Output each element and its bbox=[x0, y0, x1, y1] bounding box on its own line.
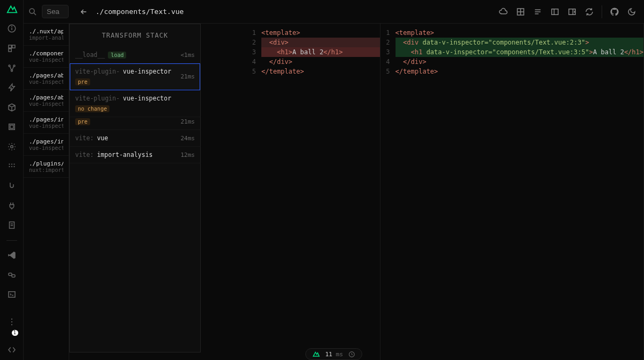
list-icon[interactable] bbox=[533, 7, 543, 17]
svg-rect-3 bbox=[9, 45, 11, 48]
info-icon[interactable] bbox=[5, 23, 18, 35]
search-icon[interactable] bbox=[28, 7, 38, 17]
file-hint: vue-inspecto bbox=[29, 57, 63, 63]
code-line: 3 <h1 data-v-inspector="components/Text.… bbox=[380, 47, 643, 57]
file-name: ./.nuxt/app bbox=[29, 28, 63, 35]
panel-right-icon[interactable] bbox=[567, 7, 577, 17]
file-hint: vue-inspecto bbox=[29, 145, 63, 151]
transform-stack-panel: TRANSFORM STACK __load__ load<1msvite-pl… bbox=[69, 24, 201, 352]
file-list-item[interactable]: ./pages/indvue-inspecto bbox=[24, 112, 69, 134]
more-icon[interactable] bbox=[5, 315, 18, 328]
line-content: <div data-v-inspector="components/Text.v… bbox=[396, 38, 643, 47]
transform-row[interactable]: vite-plugin-vue-inspector pre21ms bbox=[70, 63, 200, 90]
line-number: 3 bbox=[246, 47, 261, 57]
line-number: 2 bbox=[246, 38, 261, 47]
svg-rect-10 bbox=[10, 125, 13, 128]
svg-rect-22 bbox=[12, 275, 15, 277]
bolt-icon[interactable] bbox=[5, 82, 18, 94]
line-number: 2 bbox=[380, 38, 396, 47]
svg-rect-5 bbox=[9, 49, 11, 52]
file-hint: nuxt:imports bbox=[29, 167, 63, 173]
file-name: ./pages/abo bbox=[29, 72, 63, 79]
notification-badge: 1 bbox=[12, 330, 18, 336]
transform-row[interactable]: vite:vue24ms bbox=[70, 130, 200, 147]
search-wrap bbox=[24, 5, 73, 18]
line-number: 4 bbox=[380, 57, 396, 67]
svg-point-25 bbox=[11, 321, 12, 322]
theme-toggle-icon[interactable] bbox=[627, 7, 636, 17]
terminal-icon[interactable] bbox=[5, 289, 18, 301]
plugin-icon[interactable] bbox=[5, 199, 18, 212]
code-pane-after[interactable]: 1<template>2 <div data-v-inspector="comp… bbox=[380, 24, 644, 360]
status-time-value: 11 bbox=[325, 351, 332, 358]
svg-rect-4 bbox=[12, 45, 14, 48]
top-actions bbox=[491, 5, 644, 18]
file-list-item[interactable]: ./plugins/nnuxt:imports bbox=[24, 156, 69, 178]
file-list[interactable]: ./.nuxt/appimport-analy./componentvue-in… bbox=[24, 24, 69, 360]
status-pill[interactable]: 11 ms bbox=[305, 348, 362, 360]
line-number: 1 bbox=[246, 28, 261, 38]
file-hint: vue-inspecto bbox=[29, 101, 63, 107]
rail-divider bbox=[6, 240, 17, 241]
transform-row[interactable]: __load__ load<1ms bbox=[70, 47, 200, 63]
svg-point-24 bbox=[11, 318, 12, 319]
code-line: 2 <div data-v-inspector="components/Text… bbox=[380, 38, 643, 47]
line-content: <h1>A ball 2</h1> bbox=[261, 47, 380, 57]
hooks-icon[interactable] bbox=[5, 180, 18, 192]
layers-icon[interactable] bbox=[5, 121, 18, 133]
transform-title: TRANSFORM STACK bbox=[70, 24, 200, 47]
search-input[interactable] bbox=[42, 5, 69, 18]
main-area: ./components/Text.vue ./.nuxt/appimport-… bbox=[24, 0, 644, 360]
dots-grid-icon[interactable] bbox=[5, 160, 18, 172]
grid-icon[interactable] bbox=[516, 7, 525, 17]
file-list-item[interactable]: ./pages/indvue-inspecto bbox=[24, 134, 69, 156]
components-icon[interactable] bbox=[5, 42, 18, 55]
transform-sub: pre21ms bbox=[70, 117, 200, 130]
line-number: 5 bbox=[380, 67, 396, 76]
file-hint: vue-inspecto bbox=[29, 123, 63, 129]
line-content: <h1 data-v-inspector="components/Text.vu… bbox=[396, 47, 643, 57]
line-content: </div> bbox=[261, 57, 380, 67]
file-path: ./components/Text.vue bbox=[96, 8, 184, 16]
file-icon[interactable] bbox=[5, 219, 18, 232]
code-line: 1<template> bbox=[246, 28, 380, 38]
link-icon[interactable] bbox=[5, 269, 18, 281]
file-hint: import-analy bbox=[29, 35, 63, 41]
graph-icon[interactable] bbox=[5, 62, 18, 74]
line-content: </template> bbox=[396, 67, 643, 76]
github-icon[interactable] bbox=[610, 7, 619, 17]
topbar: ./components/Text.vue bbox=[24, 0, 644, 24]
transform-row[interactable]: vite:import-analysis12ms bbox=[70, 147, 200, 163]
file-list-item[interactable]: ./.nuxt/appimport-analy bbox=[24, 24, 69, 46]
transform-name: vite:vue bbox=[75, 134, 108, 142]
svg-point-13 bbox=[11, 163, 12, 164]
code-pane-before[interactable]: 1<template>2 <div>3 <h1>A ball 2</h1>4 <… bbox=[246, 24, 380, 360]
svg-point-11 bbox=[10, 146, 13, 148]
file-name: ./plugins/n bbox=[29, 160, 63, 167]
vscode-icon[interactable] bbox=[5, 249, 18, 262]
transform-time: 21ms bbox=[181, 73, 195, 80]
file-list-item[interactable]: ./componentvue-inspecto bbox=[24, 46, 69, 68]
cube-icon[interactable] bbox=[5, 101, 18, 113]
svg-rect-21 bbox=[9, 273, 12, 276]
refresh-icon[interactable] bbox=[584, 7, 594, 17]
file-list-item[interactable]: ./pages/abovue-inspecto bbox=[24, 68, 69, 90]
file-name: ./component bbox=[29, 50, 63, 57]
panel-left-icon[interactable] bbox=[550, 7, 560, 17]
nuxt-logo-icon[interactable] bbox=[6, 3, 18, 15]
transform-time: 12ms bbox=[181, 152, 195, 159]
divider bbox=[602, 5, 602, 18]
line-content: </template> bbox=[261, 67, 380, 76]
file-list-item[interactable]: ./pages/abovue-inspecto bbox=[24, 90, 69, 112]
transform-name: __load__ load bbox=[75, 51, 126, 59]
settings-icon[interactable] bbox=[5, 141, 18, 153]
transform-row[interactable]: vite-plugin-vue-inspector no change bbox=[70, 90, 200, 117]
icon-rail: 1 bbox=[0, 0, 24, 360]
collapse-icon[interactable] bbox=[5, 343, 18, 356]
cloud-icon[interactable] bbox=[499, 7, 508, 17]
breadcrumb: ./components/Text.vue bbox=[73, 8, 491, 16]
transform-name: vite-plugin-vue-inspector no change bbox=[75, 95, 195, 112]
svg-point-16 bbox=[11, 165, 12, 167]
file-name: ./pages/ind bbox=[29, 116, 63, 123]
back-arrow-icon[interactable] bbox=[79, 8, 88, 16]
